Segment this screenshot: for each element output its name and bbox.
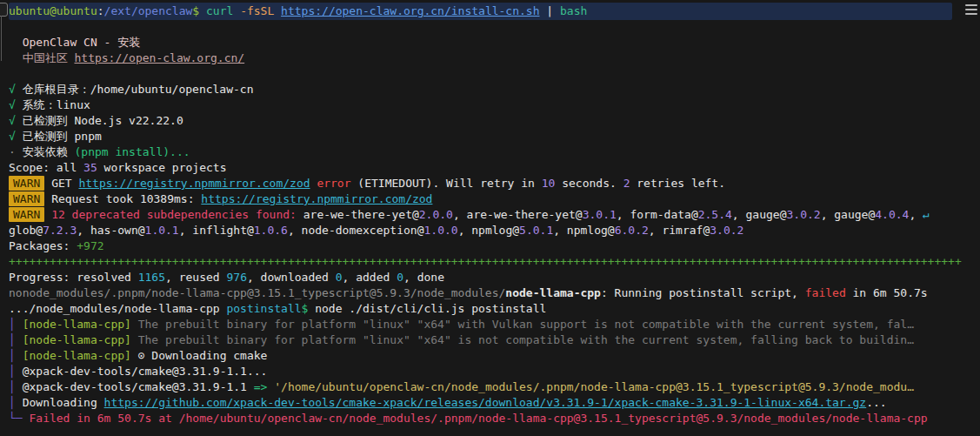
text-segment	[131, 349, 138, 362]
link[interactable]: https://github.com/xpack-dev-tools/cmake…	[104, 396, 867, 409]
text-segment: node-llama-cpp	[505, 286, 601, 299]
terminal-line: √ 仓库根目录：/home/ubuntu/openclaw-cn	[9, 82, 980, 97]
text-segment: (ETIMEDOUT). Will retry in	[351, 177, 542, 190]
text-segment: retries left.	[630, 177, 725, 190]
text-segment: , inflight@	[179, 224, 254, 237]
terminal-lines: ubuntu@ubuntu:/ext/openclaw$ curl -fsSL …	[9, 3, 980, 426]
terminal-line: │ Downloading https://github.com/xpack-d…	[9, 395, 980, 411]
command-name: curl	[206, 4, 240, 17]
terminal-line: glob@7.2.3, has-own@1.0.1, inflight@1.0.…	[9, 223, 980, 238]
command-gutter-marker-icon	[0, 3, 8, 17]
bullet-icon: ·	[9, 145, 16, 158]
text-segment: are-we-there-yet@	[297, 208, 419, 221]
text-segment: ,	[909, 208, 923, 221]
text-segment: 2.5.4	[698, 208, 732, 221]
terminal-line: √ 系统：linux	[9, 97, 980, 113]
prompt-symbol: $	[192, 4, 206, 17]
terminal-line: .../node_modules/node-llama-cpp postinst…	[9, 301, 980, 317]
command-flags: -fsSL	[240, 4, 281, 17]
terminal-line: │ [node-llama-cpp] The prebuilt binary f…	[9, 332, 980, 348]
text-segment: 3.0.2	[786, 208, 820, 221]
text-segment: , form-data@	[617, 208, 698, 221]
warn-badge: WARN	[9, 176, 44, 191]
command-name: bash	[560, 4, 587, 17]
terminal-line: nonode_modules/.pnpm/node-llama-cpp@3.15…	[9, 285, 980, 301]
check-icon: √	[9, 130, 16, 143]
progress-plus-bar: ++++++++++++++++++++++++++++++++++++++++…	[9, 255, 962, 268]
check-icon: √	[9, 98, 16, 111]
text-segment: , gauge@	[821, 208, 876, 221]
text-segment: seconds.	[555, 177, 623, 190]
text-segment: 1165	[138, 271, 165, 284]
failed-message: Failed in 6m 50.7s at /home/ubuntu/openc…	[23, 412, 928, 425]
pipe-bar-icon: │	[9, 318, 16, 331]
prompt-user-host: ubuntu@ubuntu	[9, 4, 97, 17]
text-segment	[16, 318, 23, 331]
community-line: 中国社区 https://open-claw.org.cn/	[9, 50, 980, 66]
text-segment: 安装依赖	[16, 145, 75, 158]
text-segment: 12 deprecated subdependencies found:	[51, 208, 297, 221]
text-segment: 6.0.2	[615, 224, 649, 237]
text-segment: Packages:	[9, 239, 77, 252]
text-segment: 0	[397, 271, 403, 284]
warn-badge: WARN	[9, 191, 44, 206]
text-segment: workspace projects	[97, 161, 227, 174]
text-segment: , npmlog@	[458, 224, 519, 237]
terminal-line: WARN Request took 10389ms: https://regis…	[9, 191, 980, 207]
text-segment: node ./dist/cli/cli.js postinstall	[308, 302, 546, 315]
terminal-line: Packages: +972	[9, 238, 980, 254]
text-segment: The prebuilt binary for platform "linux"…	[131, 333, 914, 346]
text-segment: in 6m 50.7s	[846, 286, 928, 299]
text-segment: 976	[226, 271, 246, 284]
text-segment: , reused	[165, 271, 226, 284]
text-segment: :	[97, 4, 104, 17]
terminal-line: √ 已检测到 pnpm	[9, 129, 980, 144]
text-segment	[16, 333, 23, 346]
terminal-line: Scope: all 35 workspace projects	[9, 160, 980, 176]
installer-title-line: OpenClaw CN - 安装	[9, 35, 980, 50]
pipe-bar-icon: │	[9, 349, 16, 362]
text-segment: , node-domexception@	[288, 224, 424, 237]
prompt-cwd: /ext/openclaw	[104, 4, 193, 17]
text-segment: nonode_modules/.pnpm/node-llama-cpp@3.15…	[9, 286, 505, 299]
warn-badge: WARN	[9, 207, 44, 222]
text-segment: =>	[254, 380, 268, 393]
link[interactable]: https://open-claw.org.cn/	[74, 51, 244, 64]
text-segment: GET	[44, 177, 78, 190]
text-segment: 4.0.4	[875, 208, 909, 221]
text-segment: 10	[542, 177, 556, 190]
check-icon: √	[9, 114, 16, 127]
menu-icon[interactable]	[965, 4, 977, 15]
terminal-line: Progress: resolved 1165, reused 976, dow…	[9, 270, 980, 285]
terminal-line	[9, 19, 980, 35]
terminal-line: │ [node-llama-cpp] The prebuilt binary f…	[9, 317, 980, 332]
text-segment: The prebuilt binary for platform "linux"…	[131, 318, 914, 331]
terminal-line: │ @xpack-dev-tools/cmake@3.31.9-1.1...	[9, 364, 980, 379]
community-label: 中国社区	[9, 51, 74, 64]
text-segment: failed	[805, 286, 846, 299]
text-segment: 仓库根目录：/home/ubuntu/openclaw-cn	[16, 83, 254, 96]
text-segment: ...	[866, 396, 886, 409]
pipe-bar-icon: │	[9, 333, 16, 346]
link[interactable]: https://open-claw.org.cn/install-cn.sh	[281, 4, 539, 17]
installer-title: OpenClaw CN - 安装	[9, 36, 140, 49]
text-segment: Downloading	[16, 396, 104, 409]
text-segment: error	[310, 177, 351, 190]
text-segment: '/home/ubuntu/openclaw-cn/node_modules/.…	[274, 380, 914, 393]
text-segment: Downloading cmake	[145, 349, 268, 362]
link[interactable]: https://registry.npmmirror.com/zod	[78, 177, 310, 190]
text-segment: .../node_modules/node-llama-cpp	[9, 302, 226, 315]
check-icon: √	[9, 83, 16, 96]
pipe-bar-icon: │	[9, 365, 16, 378]
text-segment: 2.0.0	[419, 208, 453, 221]
text-segment: 3.0.1	[583, 208, 617, 221]
terminal-line: │ [node-llama-cpp] ⊙ Downloading cmake	[9, 348, 980, 364]
link[interactable]: https://registry.npmmirror.com/zod	[201, 192, 432, 205]
text-segment: @xpack-dev-tools/cmake@3.31.9-1.1	[16, 380, 254, 393]
text-segment: @xpack-dev-tools/cmake@3.31.9-1.1...	[16, 365, 268, 378]
terminal-line: │ @xpack-dev-tools/cmake@3.31.9-1.1 => '…	[9, 379, 980, 395]
wrap-icon: ↵	[923, 208, 930, 221]
terminal[interactable]: ubuntu@ubuntu:/ext/openclaw$ curl -fsSL …	[0, 0, 980, 436]
text-segment: 1.0.1	[145, 224, 179, 237]
text-segment	[44, 208, 51, 221]
